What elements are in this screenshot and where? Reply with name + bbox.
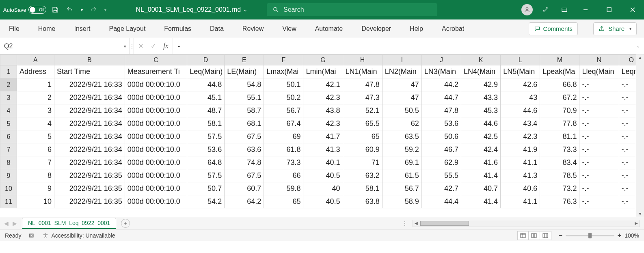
wand-icon[interactable] bbox=[540, 4, 551, 15]
cell[interactable]: 6 bbox=[17, 143, 54, 156]
cell[interactable]: 000d 00:00:10.0 bbox=[125, 117, 187, 130]
tab-acrobat[interactable]: Acrobat bbox=[440, 23, 466, 35]
view-page-break-button[interactable] bbox=[540, 231, 551, 240]
cell[interactable]: 60.9 bbox=[343, 143, 382, 156]
cell[interactable]: 50.2 bbox=[264, 91, 303, 104]
cell[interactable]: 53.6 bbox=[421, 117, 461, 130]
cell[interactable]: 56.7 bbox=[382, 182, 421, 195]
cell[interactable]: 55.5 bbox=[421, 169, 461, 182]
cell[interactable]: 41.3 bbox=[303, 143, 343, 156]
cell[interactable]: 58.7 bbox=[225, 104, 264, 117]
cell[interactable]: -.- bbox=[579, 143, 619, 156]
autosave-toggle[interactable]: AutoSave Off bbox=[3, 6, 46, 14]
cell[interactable]: 42.6 bbox=[501, 78, 540, 91]
cell[interactable]: 40.6 bbox=[501, 182, 540, 195]
sheet-nav[interactable]: ◀ ▶ bbox=[4, 220, 17, 227]
cell[interactable]: -.- bbox=[579, 182, 619, 195]
cell[interactable]: 41.1 bbox=[501, 195, 540, 208]
cell[interactable]: 57.5 bbox=[187, 130, 225, 143]
cell[interactable]: 65 bbox=[343, 130, 382, 143]
cell[interactable]: 65.5 bbox=[343, 117, 382, 130]
cell[interactable]: 50.5 bbox=[382, 104, 421, 117]
macro-record-icon[interactable] bbox=[28, 232, 35, 239]
accessibility-status[interactable]: Accessibility: Unavailable bbox=[42, 232, 115, 239]
cell[interactable]: 45.1 bbox=[187, 91, 225, 104]
column-header-J[interactable]: J bbox=[421, 55, 461, 65]
cell[interactable]: 44.6 bbox=[461, 117, 501, 130]
cell[interactable]: -.- bbox=[579, 130, 619, 143]
column-header-H[interactable]: H bbox=[343, 55, 382, 65]
cell[interactable]: 63.2 bbox=[343, 169, 382, 182]
column-header-I[interactable]: I bbox=[382, 55, 421, 65]
chevron-down-icon[interactable]: ▾ bbox=[124, 43, 126, 49]
cell[interactable]: 2022/9/21 16:34 bbox=[54, 104, 125, 117]
cell[interactable]: 2022/9/21 16:33 bbox=[54, 78, 125, 91]
ribbon-display-icon[interactable] bbox=[559, 4, 570, 15]
cell[interactable]: 59.2 bbox=[382, 143, 421, 156]
tab-scroll-menu-icon[interactable]: ⋮ bbox=[402, 220, 408, 227]
header-cell[interactable]: LN4(Main bbox=[461, 65, 501, 78]
cell[interactable]: 48.7 bbox=[187, 104, 225, 117]
sheet-tab-active[interactable]: NL_0001_SLM_Leq_0922_0001 bbox=[22, 218, 116, 229]
cell[interactable]: 54.8 bbox=[225, 78, 264, 91]
cell[interactable]: 81.1 bbox=[540, 130, 579, 143]
comments-button[interactable]: Comments bbox=[529, 22, 578, 35]
cell[interactable]: 2022/9/21 16:35 bbox=[54, 169, 125, 182]
cell[interactable]: 50.1 bbox=[264, 78, 303, 91]
cell[interactable]: 2022/9/21 16:35 bbox=[54, 195, 125, 208]
cell[interactable]: 50.6 bbox=[421, 130, 461, 143]
horizontal-scrollbar[interactable]: ◀ ▶ bbox=[413, 220, 640, 227]
row-header[interactable]: 4 bbox=[0, 104, 17, 117]
cell[interactable]: 57.5 bbox=[187, 169, 225, 182]
tab-formulas[interactable]: Formulas bbox=[162, 23, 193, 35]
cell[interactable]: 73.3 bbox=[540, 143, 579, 156]
cell[interactable]: 50.7 bbox=[187, 182, 225, 195]
minimize-button[interactable] bbox=[577, 2, 594, 18]
cell[interactable]: 64.2 bbox=[225, 195, 264, 208]
cell[interactable]: 46.7 bbox=[421, 143, 461, 156]
header-cell[interactable]: Lmax(Mai bbox=[264, 65, 303, 78]
tab-developer[interactable]: Developer bbox=[360, 23, 393, 35]
enter-icon[interactable]: ✓ bbox=[151, 42, 156, 50]
cell[interactable]: 54.2 bbox=[187, 195, 225, 208]
search-input[interactable] bbox=[283, 6, 432, 13]
undo-icon[interactable] bbox=[64, 4, 76, 15]
header-cell[interactable]: LE(Main) bbox=[225, 65, 264, 78]
row-header[interactable]: 9 bbox=[0, 169, 17, 182]
cell[interactable]: 71 bbox=[343, 156, 382, 169]
cell[interactable]: 68.1 bbox=[225, 117, 264, 130]
cell[interactable]: 5 bbox=[17, 130, 54, 143]
cell[interactable]: 43 bbox=[501, 91, 540, 104]
tab-insert[interactable]: Insert bbox=[72, 23, 92, 35]
cell[interactable]: 44.2 bbox=[421, 78, 461, 91]
cell[interactable]: 63.6 bbox=[225, 143, 264, 156]
cell[interactable]: 63.5 bbox=[382, 130, 421, 143]
cell[interactable]: -.- bbox=[579, 117, 619, 130]
cell[interactable]: 73.2 bbox=[540, 182, 579, 195]
sheet-next-icon[interactable]: ▶ bbox=[13, 220, 17, 227]
zoom-control[interactable]: − + 100% bbox=[559, 232, 640, 239]
cell[interactable]: 47.3 bbox=[343, 91, 382, 104]
cell[interactable]: 47.8 bbox=[421, 104, 461, 117]
filename[interactable]: NL_0001_SLM_Leq_0922_0001.rnd ⌄ bbox=[136, 6, 247, 13]
cell[interactable]: 41.6 bbox=[461, 156, 501, 169]
cell[interactable]: 76.3 bbox=[540, 195, 579, 208]
row-header[interactable]: 7 bbox=[0, 143, 17, 156]
spreadsheet-table[interactable]: ABCDEFGHIJKLMNO 1AddressStart TimeMeasur… bbox=[0, 54, 644, 208]
tab-view[interactable]: View bbox=[281, 23, 298, 35]
column-header-E[interactable]: E bbox=[225, 55, 264, 65]
cell[interactable]: 000d 00:00:10.0 bbox=[125, 143, 187, 156]
cell[interactable]: -.- bbox=[579, 78, 619, 91]
column-header-B[interactable]: B bbox=[54, 55, 125, 65]
cell[interactable]: 70.9 bbox=[540, 104, 579, 117]
maximize-button[interactable] bbox=[601, 2, 617, 18]
cell[interactable]: 2022/9/21 16:35 bbox=[54, 182, 125, 195]
header-cell[interactable]: Measurement Ti bbox=[125, 65, 187, 78]
header-cell[interactable]: Lleq(Main bbox=[579, 65, 619, 78]
cell[interactable]: 56.7 bbox=[264, 104, 303, 117]
cell[interactable]: 42.3 bbox=[303, 91, 343, 104]
cell[interactable]: 000d 00:00:10.0 bbox=[125, 156, 187, 169]
view-page-layout-button[interactable] bbox=[529, 231, 540, 240]
scroll-up-icon[interactable]: ▲ bbox=[638, 54, 643, 61]
scrollbar-thumb[interactable] bbox=[420, 221, 469, 226]
